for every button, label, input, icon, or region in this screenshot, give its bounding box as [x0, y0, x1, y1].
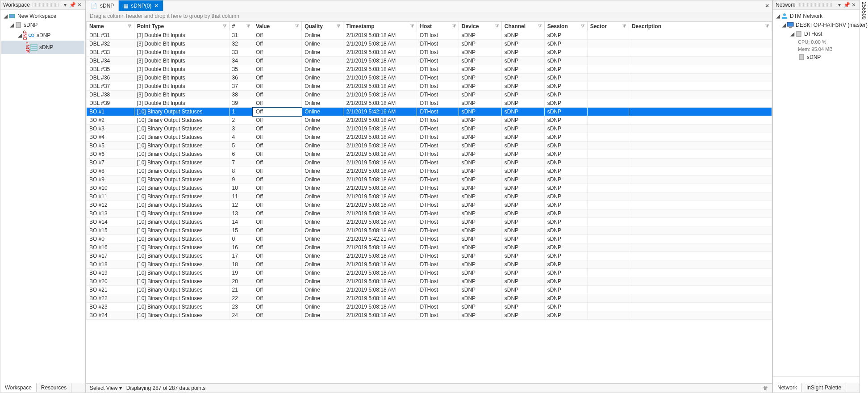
table-row[interactable]: DBL #37[3] Double Bit Inputs37OffOnline2… [87, 82, 772, 91]
col-header-device[interactable]: Device⧩ [459, 22, 501, 31]
tab-network[interactable]: Network [773, 383, 802, 392]
table-row[interactable]: BO #0[10] Binary Output Statuses0OffOnli… [87, 235, 772, 243]
network-sdnp[interactable]: sDNP [774, 53, 859, 62]
table-row[interactable]: BO #12[10] Binary Output Statuses12OffOn… [87, 201, 772, 209]
pin-icon[interactable]: 📌 [843, 2, 850, 8]
filter-icon[interactable]: ⧩ [538, 24, 542, 29]
dropdown-icon[interactable]: ▾ [836, 2, 843, 8]
col-header-num[interactable]: #⧩ [229, 22, 253, 31]
cell-device: sDNP [459, 31, 501, 40]
col-header-quality[interactable]: Quality⧩ [302, 22, 343, 31]
close-all-icon[interactable]: ✕ [762, 3, 772, 9]
doc-tab-sdnp0[interactable]: ▦ sDNP(0) ✕ [119, 0, 163, 11]
table-row[interactable]: BO #5[10] Binary Output Statuses5OffOnli… [87, 142, 772, 150]
table-row[interactable]: DBL #36[3] Double Bit Inputs36OffOnline2… [87, 74, 772, 82]
col-header-session[interactable]: Session⧩ [544, 22, 587, 31]
tree-node-sdnp3[interactable]: sDNP sDNP [1, 41, 84, 54]
network-hscroll[interactable] [773, 376, 860, 383]
table-row[interactable]: BO #1[10] Binary Output Statuses1OffOnli… [87, 108, 772, 116]
filter-icon[interactable]: ⧩ [223, 24, 226, 29]
table-row[interactable]: BO #11[10] Binary Output Statuses11OffOn… [87, 192, 772, 201]
table-row[interactable]: BO #19[10] Binary Output Statuses19OffOn… [87, 269, 772, 277]
network-host[interactable]: ◢ DTHost [774, 29, 859, 38]
table-row[interactable]: BO #8[10] Binary Output Statuses8OffOnli… [87, 167, 772, 176]
table-row[interactable]: BO #6[10] Binary Output Statuses6OffOnli… [87, 150, 772, 159]
col-header-name[interactable]: Name⧩ [87, 22, 134, 31]
chevron-down-icon[interactable]: ◢ [776, 13, 780, 19]
chevron-down-icon[interactable]: ◢ [3, 13, 8, 19]
tab-workspace[interactable]: Workspace [0, 383, 37, 392]
table-row[interactable]: BO #9[10] Binary Output Statuses9OffOnli… [87, 176, 772, 184]
filter-icon[interactable]: ⧩ [581, 24, 584, 29]
table-row[interactable]: BO #21[10] Binary Output Statuses21OffOn… [87, 286, 772, 294]
cell-value: Off [253, 82, 301, 91]
table-row[interactable]: BO #17[10] Binary Output Statuses17OffOn… [87, 252, 772, 260]
table-row[interactable]: DBL #33[3] Double Bit Inputs33OffOnline2… [87, 48, 772, 57]
cell-session: sDNP [544, 243, 587, 252]
table-row[interactable]: DBL #39[3] Double Bit Inputs39OffOnline2… [87, 99, 772, 108]
filter-icon[interactable]: ⧩ [246, 24, 250, 29]
col-header-channel[interactable]: Channel⧩ [501, 22, 544, 31]
cell-sector [587, 40, 629, 48]
doc-tab-sdnp[interactable]: 📄 sDNP [86, 0, 119, 11]
filter-icon[interactable]: ⧩ [337, 24, 340, 29]
table-row[interactable]: BO #3[10] Binary Output Statuses3OffOnli… [87, 125, 772, 133]
table-row[interactable]: BO #10[10] Binary Output Statuses10OffOn… [87, 184, 772, 192]
table-row[interactable]: BO #13[10] Binary Output Statuses13OffOn… [87, 209, 772, 218]
col-header-sector[interactable]: Sector⧩ [587, 22, 629, 31]
pin-icon[interactable]: 📌 [69, 2, 75, 8]
table-row[interactable]: BO #14[10] Binary Output Statuses14OffOn… [87, 218, 772, 226]
table-row[interactable]: BO #4[10] Binary Output Statuses4OffOnli… [87, 133, 772, 142]
filter-icon[interactable]: ⧩ [495, 24, 499, 29]
filter-icon[interactable]: ⧩ [410, 24, 414, 29]
filter-icon[interactable]: ⧩ [295, 24, 299, 29]
chevron-down-icon[interactable]: ◢ [782, 22, 786, 28]
tab-resources[interactable]: Resources [37, 383, 71, 393]
trash-icon[interactable]: 🗑 [763, 385, 768, 391]
tree-root[interactable]: ◢ New Workspace [1, 12, 84, 21]
dropdown-icon[interactable]: ▾ [62, 2, 68, 8]
col-header-value[interactable]: Value⧩ [253, 22, 301, 31]
cell-host: DTHost [417, 184, 459, 192]
close-icon[interactable]: ✕ [154, 3, 159, 9]
table-row[interactable]: BO #24[10] Binary Output Statuses24OffOn… [87, 311, 772, 320]
col-header-timestamp[interactable]: Timestamp⧩ [343, 22, 417, 31]
col-header-pointtype[interactable]: Point Type⧩ [134, 22, 229, 31]
table-row[interactable]: BO #18[10] Binary Output Statuses18OffOn… [87, 260, 772, 269]
filter-icon[interactable]: ⧩ [622, 24, 626, 29]
tab-insight[interactable]: InSight Palette [802, 383, 846, 393]
table-row[interactable]: BO #20[10] Binary Output Statuses20OffOn… [87, 277, 772, 286]
table-row[interactable]: DBL #34[3] Double Bit Inputs34OffOnline2… [87, 57, 772, 65]
table-row[interactable]: DBL #35[3] Double Bit Inputs35OffOnline2… [87, 65, 772, 74]
select-view-button[interactable]: Select View ▾ [90, 385, 122, 391]
cell-description [629, 74, 772, 82]
network-root[interactable]: ◢ DTM Network [774, 12, 859, 21]
table-row[interactable]: DBL #32[3] Double Bit Inputs32OffOnline2… [87, 40, 772, 48]
chevron-down-icon[interactable]: ◢ [17, 32, 22, 38]
tree-node-sdnp2[interactable]: ◢ DNP sDNP [1, 29, 84, 41]
table-row[interactable]: BO #2[10] Binary Output Statuses2OffOnli… [87, 116, 772, 125]
col-header-description[interactable]: Description⧩ [629, 22, 772, 31]
filter-icon[interactable]: ⧩ [765, 24, 769, 29]
close-icon[interactable]: ✕ [76, 2, 83, 8]
network-desktop[interactable]: ◢ DESKTOP-HAIH3RV (master) [774, 21, 859, 29]
filter-icon[interactable]: ⧩ [128, 24, 131, 29]
table-row[interactable]: BO #15[10] Binary Output Statuses15OffOn… [87, 226, 772, 235]
cell-session: sDNP [544, 116, 587, 125]
table-row[interactable]: BO #16[10] Binary Output Statuses16OffOn… [87, 243, 772, 252]
table-row[interactable]: BO #7[10] Binary Output Statuses7OffOnli… [87, 159, 772, 167]
group-by-bar[interactable]: Drag a column header and drop it here to… [86, 11, 772, 21]
filter-icon[interactable]: ⧩ [452, 24, 456, 29]
tree-node-sdnp1[interactable]: ◢ sDNP [1, 21, 84, 29]
cell-timestamp: 2/1/2019 5:08:18 AM [343, 303, 417, 311]
col-header-host[interactable]: Host⧩ [417, 22, 459, 31]
cell-num: 20 [229, 277, 253, 286]
table-row[interactable]: BO #23[10] Binary Output Statuses23OffOn… [87, 303, 772, 311]
table-row[interactable]: DBL #31[3] Double Bit Inputs31OffOnline2… [87, 31, 772, 40]
close-icon[interactable]: ✕ [851, 2, 857, 8]
chevron-down-icon[interactable]: ◢ [790, 31, 794, 37]
table-row[interactable]: BO #22[10] Binary Output Statuses22OffOn… [87, 294, 772, 303]
data-grid-scroll[interactable]: Name⧩Point Type⧩#⧩Value⧩Quality⧩Timestam… [86, 21, 772, 383]
table-row[interactable]: DBL #38[3] Double Bit Inputs38OffOnline2… [87, 91, 772, 99]
chevron-down-icon[interactable]: ◢ [9, 22, 14, 28]
